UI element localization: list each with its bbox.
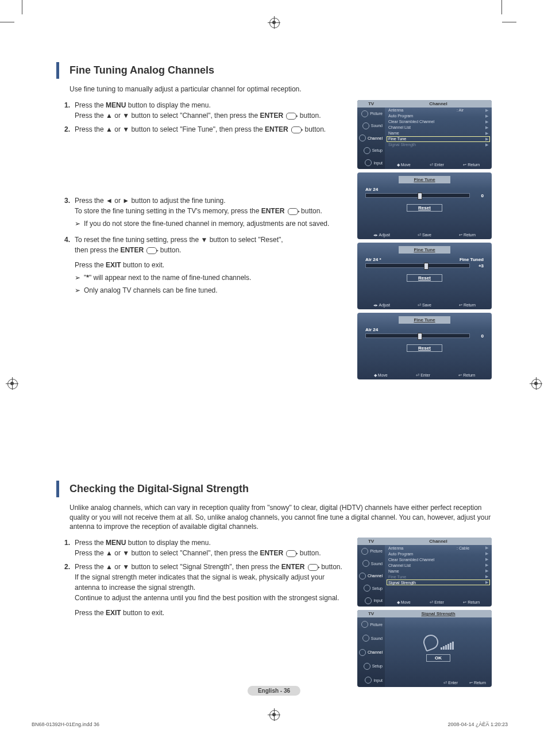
step-body: To reset the fine tuning setting, press … — [75, 235, 347, 298]
menu-row: Antenna: Cable▶ — [385, 545, 492, 551]
osd-channel-menu: TV PictureSoundChannelSetupInput Channel… — [357, 100, 492, 169]
steps-list: 1.Press the MENU button to display the m… — [56, 538, 347, 690]
sidebar-item: Setup — [357, 582, 385, 594]
menu-icon — [364, 585, 371, 592]
tune-slider — [365, 263, 470, 268]
step-number: 2. — [56, 562, 75, 618]
crop-mark — [0, 22, 14, 22]
sidebar-item: Setup — [357, 144, 385, 156]
page-number: English - 36 — [248, 686, 300, 696]
status-label: Fine Tuned — [460, 257, 484, 262]
menu-row: Fine Tune▶ — [385, 574, 492, 580]
osd-title: Fine Tune — [399, 246, 450, 254]
sidebar-item: Channel — [357, 646, 385, 659]
osd-footer: ◂▸ Adjust⏎ Save↩ Return — [357, 301, 492, 309]
note: If you do not store the fine-tuned chann… — [75, 218, 347, 229]
section-title: Fine Tuning Analog Channels — [56, 62, 492, 79]
menu-icon — [365, 159, 372, 166]
tune-value: 0 — [473, 193, 484, 198]
osd-signal-strength: TV PictureSoundChannelSetupInput Signal … — [357, 610, 492, 687]
osd-column: TV PictureSoundChannelSetupInput Channel… — [357, 538, 492, 690]
menu-row: Antenna: Air▶ — [385, 108, 492, 113]
osd-header: Channel — [385, 100, 492, 108]
tune-value: +3 — [473, 263, 484, 268]
sidebar-item: Input — [357, 594, 385, 607]
step: 2.Press the ▲ or ▼ button to select "Fin… — [56, 124, 347, 135]
menu-icon — [359, 573, 366, 580]
registration-mark-icon — [268, 16, 280, 29]
menu-row: Name▶ — [385, 131, 492, 136]
osd-footer: ◆ Move⏎ Enter↩ Return — [357, 371, 492, 379]
sidebar-item: Channel — [357, 570, 385, 582]
osd-fine-tune: Fine TuneAir 240Reset◆ Move⏎ Enter↩ Retu… — [357, 313, 492, 379]
channel-label: Air 24 — [365, 327, 378, 332]
ok-button: OK — [426, 654, 450, 662]
sidebar-item: Sound — [357, 631, 385, 645]
intro-text: Unlike analog channels, which can vary i… — [56, 503, 492, 532]
step: 4.To reset the fine tuning setting, pres… — [56, 235, 347, 298]
sidebar-item: Setup — [357, 659, 385, 673]
doc-info: BN68-01392H-01Eng.indd 36 2008-04-14 ¿ÀÈ… — [32, 722, 508, 727]
osd-channel-menu: TV PictureSoundChannelSetupInput Channel… — [357, 538, 492, 607]
menu-icon — [359, 649, 366, 656]
step: 2.Press the ▲ or ▼ button to select "Sig… — [56, 562, 347, 618]
menu-row: Signal Strength▶ — [385, 142, 492, 148]
step-body: Press the ▲ or ▼ button to select "Fine … — [75, 124, 347, 135]
menu-row: Fine Tune▶ — [387, 136, 490, 142]
menu-icon — [364, 663, 371, 670]
step-body: Press the ▲ or ▼ button to select "Signa… — [75, 562, 347, 618]
menu-icon — [365, 597, 372, 604]
page: Fine Tuning Analog Channels Use fine tun… — [0, 0, 548, 756]
osd-fine-tune: Fine TuneAir 24 *Fine Tuned+3Reset◂▸ Adj… — [357, 243, 492, 309]
sidebar-item: Input — [357, 673, 385, 687]
step: 3.Press the ◄ or ► button to adjust the … — [56, 195, 347, 231]
step-body: Press the MENU button to display the men… — [75, 538, 347, 558]
channel-label: Air 24 * — [365, 257, 381, 262]
menu-row: Auto Program▶ — [385, 113, 492, 119]
signal-graphic-icon — [423, 635, 454, 650]
osd-footer: ◆ Move⏎ Enter↩ Return — [385, 161, 492, 169]
sidebar-item: Picture — [357, 108, 385, 120]
step-number: 1. — [56, 100, 75, 121]
crop-mark — [22, 0, 22, 14]
osd-footer: ◂▸ Adjust⏎ Save↩ Return — [357, 231, 492, 239]
menu-icon — [361, 548, 368, 555]
section-title: Checking the Digital-Signal Strength — [56, 481, 492, 497]
menu-row: Name▶ — [385, 568, 492, 574]
channel-label: Air 24 — [365, 187, 378, 192]
menu-icon — [364, 147, 371, 154]
step-number: 3. — [56, 195, 75, 231]
steps-list: 1.Press the MENU button to display the m… — [56, 100, 347, 383]
crop-mark — [502, 22, 516, 22]
step: 1.Press the MENU button to display the m… — [56, 100, 347, 121]
menu-row: Clear Scrambled Channel▶ — [385, 557, 492, 562]
note: Only analog TV channels can be fine tune… — [75, 285, 347, 296]
menu-row: Clear Scrambled Channel▶ — [385, 119, 492, 125]
doc-filename: BN68-01392H-01Eng.indd 36 — [32, 722, 99, 727]
reset-button: Reset — [407, 204, 442, 212]
registration-mark-icon — [530, 377, 542, 390]
registration-mark-icon — [268, 708, 280, 721]
step-number: 1. — [56, 538, 75, 558]
note: "*" will appear next to the name of fine… — [75, 273, 347, 283]
tune-value: 0 — [473, 333, 484, 339]
menu-row: Signal Strength▶ — [387, 580, 490, 585]
step-number: 2. — [56, 124, 75, 135]
registration-mark-icon — [6, 377, 18, 390]
osd-fine-tune: Fine TuneAir 240Reset◂▸ Adjust⏎ Save↩ Re… — [357, 172, 492, 239]
menu-row: Auto Program▶ — [385, 551, 492, 557]
sidebar-item: Channel — [357, 132, 385, 144]
osd-title: Signal Strength — [385, 610, 492, 617]
reset-button: Reset — [407, 344, 442, 352]
content-area: Fine Tuning Analog Channels Use fine tun… — [56, 62, 492, 690]
menu-icon — [361, 110, 368, 117]
menu-icon — [362, 635, 369, 642]
tune-slider — [365, 333, 470, 338]
intro-text: Use fine tuning to manually adjust a par… — [56, 85, 492, 94]
menu-icon — [359, 135, 366, 141]
sidebar-item: Sound — [357, 558, 385, 570]
menu-icon — [362, 122, 369, 129]
step: 1.Press the MENU button to display the m… — [56, 538, 347, 558]
osd-sidebar: TV PictureSoundChannelSetupInput — [357, 100, 385, 169]
tune-slider — [365, 193, 470, 198]
